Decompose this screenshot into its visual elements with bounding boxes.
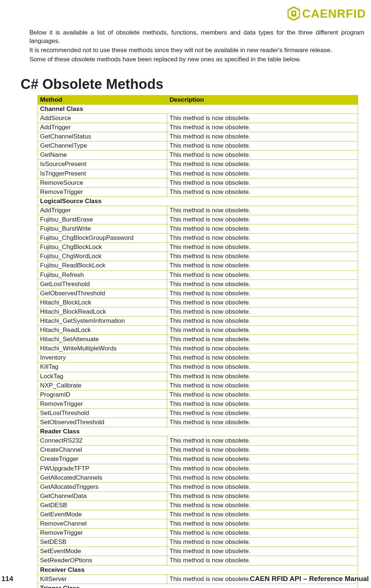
description-cell: This method is now obsolete. — [167, 160, 358, 169]
method-cell: Fujitsu_ReadBlockLock — [38, 261, 167, 270]
table-row: Hitachi_WriteMultipleWordsThis method is… — [38, 344, 358, 353]
table-row: InventoryThis method is now obsolete. — [38, 353, 358, 362]
table-row: Hitachi_GetSystemInformationThis method … — [38, 317, 358, 326]
table-row: Fujitsu_RefreshThis method is now obsole… — [38, 270, 358, 279]
method-cell: AddSource — [38, 113, 167, 123]
table-row: IsSourcePresentThis method is now obsole… — [38, 160, 358, 169]
table-row: LockTagThis method is now obsolete. — [38, 372, 358, 381]
table-row: RemoveTriggerThis method is now obsolete… — [38, 187, 358, 196]
method-cell: CreateTrigger — [38, 455, 167, 464]
col-description: Description — [167, 95, 358, 104]
table-row: Fujitsu_ChgBlockGroupPasswordThis method… — [38, 234, 358, 243]
method-cell: IsTriggerPresent — [38, 169, 167, 178]
description-cell: This method is now obsolete. — [167, 445, 358, 455]
class-row: Trigger Class — [38, 584, 358, 588]
description-cell: This method is now obsolete. — [167, 151, 358, 160]
method-cell: Hitachi_BlockReadLock — [38, 307, 167, 316]
method-cell: Fujitsu_ChgBlockGroupPassword — [38, 234, 167, 243]
table-row: Fujitsu_ChgWordLockThis method is now ob… — [38, 252, 358, 261]
method-cell: Hitachi_GetSystemInformation — [38, 317, 167, 326]
table-row: Fujitsu_ReadBlockLockThis method is now … — [38, 261, 358, 270]
method-cell: Inventory — [38, 353, 167, 362]
table-row: FWUpgradeTFTPThis method is now obsolete… — [38, 464, 358, 473]
obsolete-methods-table: Method Description Channel ClassAddSourc… — [38, 95, 358, 588]
method-cell: AddTrigger — [38, 206, 167, 215]
method-cell: FWUpgradeTFTP — [38, 464, 167, 473]
method-cell: IsSourcePresent — [38, 160, 167, 169]
table-row: ConnectRS232This method is now obsolete. — [38, 436, 358, 445]
table-row: SetReaderOPtionsThis method is now obsol… — [38, 556, 358, 565]
method-cell: RemoveTrigger — [38, 187, 167, 196]
description-cell: This method is now obsolete. — [167, 224, 358, 234]
logo-text: CAENRFID — [302, 7, 366, 21]
method-cell: Fujitsu_ChgBlockLock — [38, 243, 167, 252]
method-cell: GetEventMode — [38, 510, 167, 519]
table-row: GetAllocatedTriggersThis method is now o… — [38, 482, 358, 491]
table-row: RemoveSourceThis method is now obsolete. — [38, 178, 358, 187]
description-cell: This method is now obsolete. — [167, 326, 358, 335]
method-cell: SetObservedThreshold — [38, 418, 167, 427]
table-row: GetNameThis method is now obsolete. — [38, 151, 358, 160]
table-row: GetDESBThis method is now obsolete. — [38, 501, 358, 510]
method-cell: Hitachi_SetAttenuate — [38, 335, 167, 344]
logo: CAENRFID — [288, 7, 366, 21]
description-cell: This method is now obsolete. — [167, 362, 358, 372]
method-cell: RemoveTrigger — [38, 529, 167, 538]
method-cell: SetLostThreshold — [38, 408, 167, 418]
description-cell: This method is now obsolete. — [167, 455, 358, 464]
method-cell: LockTag — [38, 372, 167, 381]
method-cell: AddTrigger — [38, 123, 167, 132]
method-cell: Fujitsu_Refresh — [38, 270, 167, 279]
description-cell: This method is now obsolete. — [167, 252, 358, 261]
method-cell: GetName — [38, 151, 167, 160]
method-cell: RemoveSource — [38, 178, 167, 187]
method-cell: GetObservedThreshold — [38, 289, 167, 298]
table-row: Fujitsu_BurstEraseThis method is now obs… — [38, 215, 358, 224]
description-cell: This method is now obsolete. — [167, 501, 358, 510]
class-name-cell: Channel Class — [38, 104, 358, 113]
table-row: Fujitsu_BurstWriteThis method is now obs… — [38, 224, 358, 234]
description-cell: This method is now obsolete. — [167, 187, 358, 196]
description-cell: This method is now obsolete. — [167, 510, 358, 519]
description-cell: This method is now obsolete. — [167, 529, 358, 538]
method-cell: RemoveTrigger — [38, 399, 167, 408]
description-cell: This method is now obsolete. — [167, 381, 358, 390]
table-row: GetChannelDataThis method is now obsolet… — [38, 491, 358, 501]
class-row: Channel Class — [38, 104, 358, 113]
description-cell: This method is now obsolete. — [167, 307, 358, 316]
description-cell: This method is now obsolete. — [167, 473, 358, 482]
table-row: Hitachi_ReadLockThis method is now obsol… — [38, 326, 358, 335]
table-row: CreateTriggerThis method is now obsolete… — [38, 455, 358, 464]
description-cell: This method is now obsolete. — [167, 408, 358, 418]
method-cell: GetChannelType — [38, 141, 167, 151]
table-row: Hitachi_BlockReadLockThis method is now … — [38, 307, 358, 316]
method-cell: Fujitsu_BurstWrite — [38, 224, 167, 234]
class-name-cell: Reader Class — [38, 427, 358, 436]
description-cell: This method is now obsolete. — [167, 436, 358, 445]
description-cell: This method is now obsolete. — [167, 353, 358, 362]
description-cell: This method is now obsolete. — [167, 317, 358, 326]
description-cell: This method is now obsolete. — [167, 289, 358, 298]
table-row: AddTriggerThis method is now obsolete. — [38, 123, 358, 132]
table-row: SetDESBThis method is now obsolete. — [38, 538, 358, 547]
description-cell: This method is now obsolete. — [167, 335, 358, 344]
description-cell: This method is now obsolete. — [167, 113, 358, 123]
class-row: Receiver Class — [38, 565, 358, 574]
description-cell: This method is now obsolete. — [167, 538, 358, 547]
method-cell: Fujitsu_BurstErase — [38, 215, 167, 224]
method-cell: RemoveChannel — [38, 519, 167, 529]
method-cell: Fujitsu_ChgWordLock — [38, 252, 167, 261]
svg-rect-2 — [293, 12, 295, 14]
method-cell: NXP_Calibrate — [38, 381, 167, 390]
table-row: RemoveChannelThis method is now obsolete… — [38, 519, 358, 529]
intro-p3: Some of these obsolete methods have been… — [29, 55, 364, 64]
class-row: LogicalSource Class — [38, 196, 358, 206]
description-cell: This method is now obsolete. — [167, 215, 358, 224]
description-cell: This method is now obsolete. — [167, 206, 358, 215]
description-cell: This method is now obsolete. — [167, 270, 358, 279]
description-cell: This method is now obsolete. — [167, 390, 358, 399]
table-row: ProgramIDThis method is now obsolete. — [38, 390, 358, 399]
method-cell: Hitachi_ReadLock — [38, 326, 167, 335]
method-cell: ProgramID — [38, 390, 167, 399]
class-name-cell: LogicalSource Class — [38, 196, 358, 206]
